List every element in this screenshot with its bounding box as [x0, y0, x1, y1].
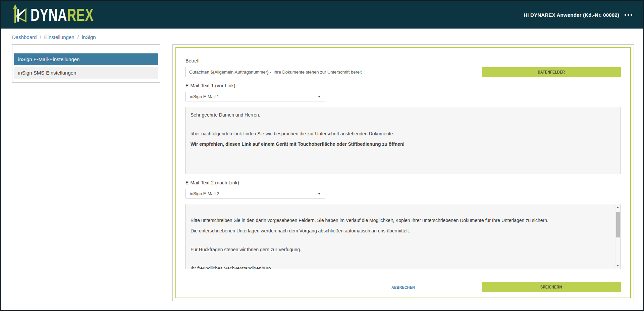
breadcrumb-link[interactable]: Einstellungen: [44, 34, 74, 40]
logo-wordmark: DYNAREX: [31, 6, 94, 24]
scrollbar-down-icon[interactable]: ▼: [615, 263, 620, 268]
settings-sidebar: inSign E-Mail-Einstellungen inSign SMS-E…: [12, 44, 160, 83]
breadcrumb-separator: /: [77, 34, 79, 40]
email-text-1-label: E-Mail-Text 1 (vor Link): [185, 83, 621, 88]
user-greeting: Hi DYNAREX Anwender (Kd.-Nr. 00002): [524, 12, 619, 18]
sidebar-item[interactable]: inSign SMS-Einstellungen: [14, 67, 158, 79]
email-text-1-selected-value: inSign E-Mail 1: [190, 94, 219, 99]
editor-paragraph: [191, 256, 609, 262]
scrollbar-track[interactable]: ▲ ▼: [615, 205, 620, 268]
editor-paragraph: Für Rückfragen stehen wir Ihnen gern zur…: [191, 245, 609, 254]
editor-paragraph: Wir empfehlen, diesen Link auf einem Ger…: [191, 140, 616, 148]
subject-label: Betreff: [185, 58, 621, 63]
editor-paragraph: [191, 121, 616, 128]
editor-paragraph: Ihr freundliches Sachverständigenbüro: [191, 264, 609, 269]
email-text-2-selected-value: inSign E-Mail 2: [190, 191, 219, 196]
editor-paragraph: Bitte unterschreiben Sie in den darin vo…: [191, 216, 609, 225]
ellipsis-menu-icon[interactable]: [624, 13, 633, 17]
editor-paragraph: Die unterschriebenen Unterlagen werden n…: [191, 226, 609, 235]
email-text-2-editor[interactable]: Bitte unterschreiben Sie in den darin vo…: [185, 204, 621, 269]
subject-input[interactable]: [185, 67, 474, 77]
app-window: DYNAREX Hi DYNAREX Anwender (Kd.-Nr. 000…: [0, 0, 644, 311]
breadcrumb-link[interactable]: Dashboard: [12, 34, 37, 40]
chevron-down-icon: ▼: [318, 192, 321, 195]
chevron-down-icon: ▼: [318, 95, 321, 98]
editor-paragraph: [191, 208, 609, 214]
email-text-1-select[interactable]: inSign E-Mail 1 ▼: [185, 92, 325, 101]
email-text-1-editor[interactable]: Sehr geehrte Damen und Herren, über nach…: [185, 107, 621, 174]
breadcrumb-link[interactable]: inSign: [82, 34, 96, 40]
breadcrumb: Dashboard / Einstellungen / inSign /: [1, 29, 643, 44]
scrollbar-thumb[interactable]: [616, 212, 620, 237]
editor-paragraph: über nachfolgenden Link finden Sie wie b…: [191, 129, 616, 138]
dynarex-logo[interactable]: DYNAREX: [11, 4, 118, 26]
breadcrumb-separator: /: [40, 34, 41, 40]
sidebar-item[interactable]: inSign E-Mail-Einstellungen: [14, 53, 158, 65]
datafields-button[interactable]: DATENFELDER: [482, 67, 621, 77]
settings-panel-card: Betreff DATENFELDER E-Mail-Text 1 (vor L…: [172, 44, 634, 301]
email-text-2-label: E-Mail-Text 2 (nach Link): [185, 180, 621, 185]
save-button[interactable]: SPEICHERN: [482, 282, 621, 292]
editor-paragraph: Sehr geehrte Damen und Herren,: [191, 110, 616, 119]
insign-email-settings-form: Betreff DATENFELDER E-Mail-Text 1 (vor L…: [175, 47, 631, 298]
editor-paragraph: [191, 237, 609, 243]
dynarex-logo-icon: [11, 4, 29, 26]
scrollbar-up-icon[interactable]: ▲: [615, 205, 620, 210]
app-header: DYNAREX Hi DYNAREX Anwender (Kd.-Nr. 000…: [1, 1, 643, 29]
email-text-2-select[interactable]: inSign E-Mail 2 ▼: [185, 189, 325, 198]
cancel-button[interactable]: ABBRECHEN: [388, 284, 418, 290]
